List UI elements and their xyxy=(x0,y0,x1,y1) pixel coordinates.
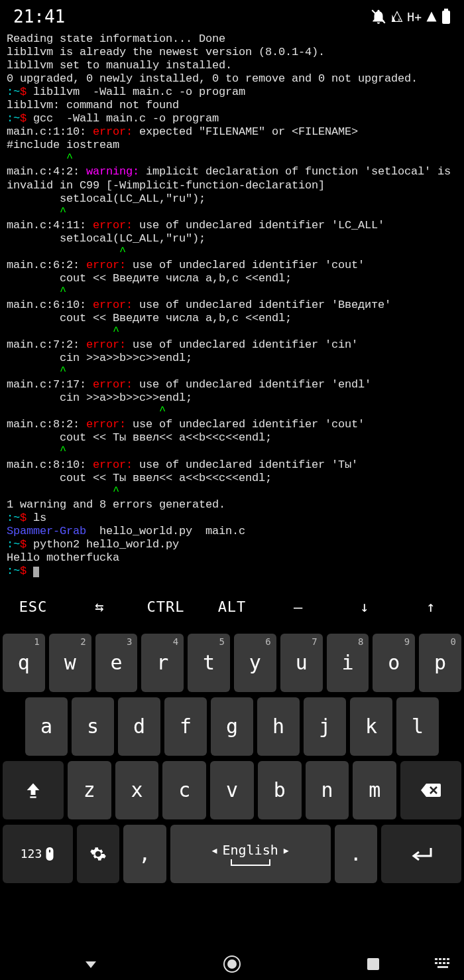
svg-rect-13 xyxy=(439,962,441,964)
svg-rect-11 xyxy=(447,958,449,960)
terminal-line: :~$ python2 hello_world.py xyxy=(7,538,457,551)
terminal-extra-keys: ESC ⇆ CTRL ALT — ↓ ↑ xyxy=(0,585,464,630)
key-t[interactable]: t5 xyxy=(188,634,230,692)
terminal-line: main.c:6:10: error: use of undeclared id… xyxy=(7,299,457,312)
terminal-line: ^ xyxy=(7,445,457,458)
terminal-line: cout << Ты ввел<< a<<b<<c<<endl; xyxy=(7,472,457,485)
terminal-line: ^ xyxy=(7,405,457,418)
terminal-line: main.c:7:17: error: use of undeclared id… xyxy=(7,378,457,391)
recents-button[interactable] xyxy=(363,953,384,975)
terminal-line: Spammer-Grab hello_world.py main.c xyxy=(7,525,457,538)
key-i[interactable]: i8 xyxy=(327,634,369,692)
home-button[interactable] xyxy=(221,953,243,975)
key-u[interactable]: u7 xyxy=(280,634,323,692)
key-c[interactable]: c xyxy=(162,761,206,819)
backspace-key[interactable] xyxy=(400,761,461,819)
key-w[interactable]: w2 xyxy=(49,634,91,692)
dnd-icon xyxy=(370,8,387,25)
terminal-line: cout << Ты ввел<< a<<b<<c<<endl; xyxy=(7,431,457,445)
comma-key[interactable]: , xyxy=(123,825,166,883)
svg-rect-10 xyxy=(443,958,445,960)
key-h[interactable]: h xyxy=(257,697,300,756)
terminal-line: main.c:8:10: error: use of undeclared id… xyxy=(7,458,457,472)
back-button[interactable] xyxy=(80,953,101,975)
key-d[interactable]: d xyxy=(118,697,160,756)
svg-rect-14 xyxy=(443,962,445,964)
terminal-line: ^ xyxy=(7,485,457,498)
alt-key[interactable]: ALT xyxy=(199,598,265,615)
terminal-line: :~$ xyxy=(7,565,457,578)
terminal-line: :~$ libllvm -Wall main.c -o program xyxy=(7,86,457,99)
key-j[interactable]: j xyxy=(304,697,346,756)
terminal-output[interactable]: Reading state information... Donelibllvm… xyxy=(0,30,464,579)
terminal-line: 1 warning and 8 errors generated. xyxy=(7,498,457,512)
terminal-line: main.c:4:11: error: use of undeclared id… xyxy=(7,219,457,232)
terminal-line: Hello motherfucka xyxy=(7,551,457,565)
battery-icon xyxy=(441,9,451,25)
key-o[interactable]: o9 xyxy=(373,634,415,692)
ime-switch-button[interactable] xyxy=(432,953,453,975)
settings-key[interactable] xyxy=(77,825,119,883)
key-n[interactable]: n xyxy=(306,761,349,819)
esc-key[interactable]: ESC xyxy=(0,598,66,615)
terminal-line: main.c:7:2: error: use of undeclared ide… xyxy=(7,338,457,352)
key-g[interactable]: g xyxy=(211,697,253,756)
terminal-line: ^ xyxy=(7,245,457,259)
terminal-line: cout << Введите числа a,b,c <<endl; xyxy=(7,272,457,285)
key-y[interactable]: y6 xyxy=(234,634,276,692)
key-f[interactable]: f xyxy=(164,697,207,756)
key-p[interactable]: p0 xyxy=(419,634,461,692)
svg-rect-3 xyxy=(444,9,448,11)
terminal-line: ^ xyxy=(7,285,457,299)
svg-rect-8 xyxy=(435,958,437,960)
key-x[interactable]: x xyxy=(115,761,159,819)
terminal-line: libllvm: command not found xyxy=(7,99,457,112)
dash-key[interactable]: — xyxy=(265,598,331,615)
key-z[interactable]: z xyxy=(68,761,111,819)
key-e[interactable]: e3 xyxy=(95,634,138,692)
terminal-line: cout << Введите числа a,b,c <<endl; xyxy=(7,312,457,325)
period-key[interactable]: . xyxy=(335,825,377,883)
key-b[interactable]: b xyxy=(258,761,302,819)
space-key[interactable]: ◂ English ▸ xyxy=(170,825,331,883)
terminal-line: main.c:8:2: error: use of undeclared ide… xyxy=(7,418,457,431)
terminal-line: cin >>a>>b>>c>>endl; xyxy=(7,391,457,405)
terminal-line: :~$ ls xyxy=(7,512,457,525)
key-a[interactable]: a xyxy=(25,697,68,756)
ctrl-key[interactable]: CTRL xyxy=(133,598,199,615)
terminal-line: main.c:4:2: warning: implicit declaratio… xyxy=(7,165,457,192)
key-v[interactable]: v xyxy=(210,761,254,819)
terminal-line: main.c:6:2: error: use of undeclared ide… xyxy=(7,259,457,272)
svg-point-6 xyxy=(227,959,237,969)
svg-rect-9 xyxy=(439,958,441,960)
terminal-line: setlocal(LC_ALL,"ru"); xyxy=(7,232,457,245)
down-key[interactable]: ↓ xyxy=(331,598,398,615)
signal2-icon xyxy=(426,11,437,23)
svg-rect-7 xyxy=(367,958,379,970)
key-k[interactable]: k xyxy=(350,697,392,756)
network-label: H+ xyxy=(407,10,422,24)
key-s[interactable]: s xyxy=(72,697,114,756)
numeric-key[interactable]: 123 xyxy=(3,825,73,883)
terminal-line: setlocal(LC_ALL,"ru"); xyxy=(7,192,457,206)
key-m[interactable]: m xyxy=(353,761,396,819)
signal1-icon: x xyxy=(391,11,403,23)
tab-key[interactable]: ⇆ xyxy=(66,598,133,615)
enter-key[interactable] xyxy=(381,825,461,883)
svg-rect-2 xyxy=(442,11,450,24)
key-q[interactable]: q1 xyxy=(3,634,45,692)
key-r[interactable]: r4 xyxy=(141,634,184,692)
terminal-line: libllvm is already the newest version (8… xyxy=(7,46,457,59)
up-key[interactable]: ↑ xyxy=(398,598,464,615)
terminal-line: :~$ gcc -Wall main.c -o program xyxy=(7,112,457,125)
soft-keyboard: q1w2e3r4t5y6u7i8o9p0 asdfghjkl zxcvbnm 1… xyxy=(0,630,464,883)
shift-key[interactable] xyxy=(3,761,64,819)
android-navbar xyxy=(0,948,464,980)
svg-rect-12 xyxy=(435,962,437,964)
terminal-line: 0 upgraded, 0 newly installed, 0 to remo… xyxy=(7,72,457,86)
terminal-line: main.c:1:10: error: expected "FILENAME" … xyxy=(7,125,457,139)
terminal-line: libllvm set to manually installed. xyxy=(7,59,457,72)
key-l[interactable]: l xyxy=(396,697,439,756)
svg-rect-4 xyxy=(30,796,36,798)
status-icons: x H+ xyxy=(370,8,451,25)
